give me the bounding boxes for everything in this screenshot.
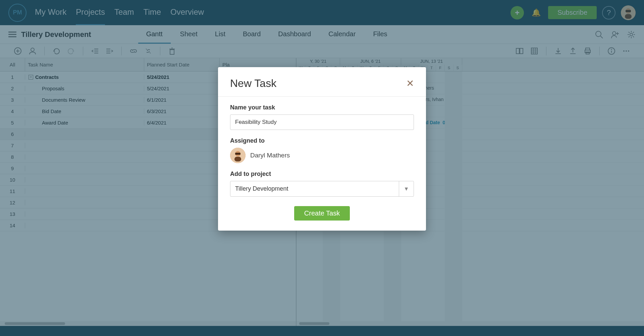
avatar-icon <box>230 148 246 163</box>
close-icon[interactable]: ✕ <box>406 78 414 89</box>
assignee-name: Daryl Mathers <box>250 152 290 159</box>
add-to-project-label: Add to project <box>230 171 414 178</box>
modal-overlay[interactable]: New Task ✕ Name your task Assigned to Da… <box>0 0 644 336</box>
task-name-input[interactable] <box>230 114 414 130</box>
assigned-to-label: Assigned to <box>230 137 414 144</box>
chevron-down-icon: ▼ <box>399 181 414 196</box>
modal-title: New Task <box>230 77 276 90</box>
svg-rect-56 <box>235 153 240 155</box>
new-task-modal: New Task ✕ Name your task Assigned to Da… <box>218 67 426 231</box>
modal-header: New Task ✕ <box>218 67 426 97</box>
modal-body: Name your task Assigned to Daryl Mathers… <box>218 97 426 231</box>
create-task-button[interactable]: Create Task <box>294 206 350 221</box>
project-select[interactable]: Tillery Development ▼ <box>230 181 414 197</box>
task-name-label: Name your task <box>230 104 414 111</box>
assignee-avatar <box>230 148 246 163</box>
assignee-row[interactable]: Daryl Mathers <box>230 148 414 163</box>
project-select-value: Tillery Development <box>230 181 399 196</box>
svg-rect-55 <box>234 157 241 161</box>
